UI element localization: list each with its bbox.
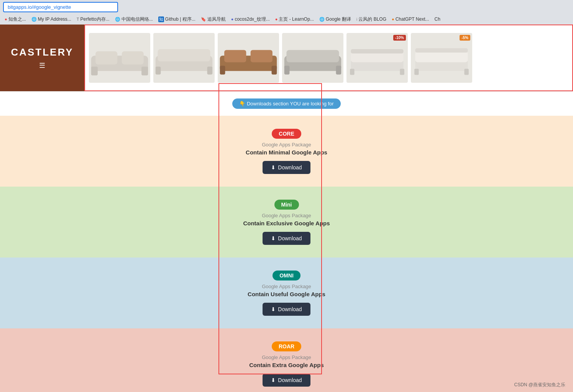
pkg-subtitle-mini: Google Apps Package — [262, 213, 311, 218]
pkg-subtitle-omni: Google Apps Package — [262, 284, 311, 289]
page-content: CASTLERY ☰ — [0, 25, 573, 392]
svg-rect-15 — [286, 50, 339, 62]
svg-rect-4 — [141, 67, 148, 75]
download-icon-mini: ⬇ — [271, 235, 276, 241]
download-icon-omni: ⬇ — [271, 306, 276, 312]
product-4[interactable] — [282, 33, 343, 83]
svg-rect-10 — [224, 50, 246, 62]
section-left-omni — [0, 258, 229, 328]
section-left-mini — [0, 187, 229, 258]
bookmark-ch[interactable]: Ch — [433, 16, 442, 23]
svg-rect-16 — [284, 66, 290, 75]
castlery-menu-icon[interactable]: ☰ — [39, 61, 45, 70]
download-button-mini[interactable]: ⬇ Download — [263, 232, 310, 245]
svg-rect-1 — [95, 51, 117, 64]
section-center-roar: ROAR Google Apps Package Contain Extra G… — [229, 328, 344, 392]
bookmark-github[interactable]: 知 Github | 程序... — [157, 15, 197, 23]
castlery-logo-text: CASTLERY — [11, 46, 73, 58]
svg-rect-11 — [251, 50, 273, 62]
product-5[interactable]: -10% — [346, 33, 408, 83]
pkg-badge-roar: ROAR — [272, 341, 301, 351]
product-3[interactable] — [218, 33, 279, 83]
section-right-core — [344, 116, 573, 187]
bookmark-dianxin[interactable]: 🌐 中国电信网络... — [113, 15, 154, 23]
footer-watermark: CSDN @燕雀安知鱼之乐 — [514, 382, 565, 388]
bookmark-googletranslate[interactable]: 🌐 Google 翻译 — [318, 15, 353, 23]
svg-rect-13 — [272, 66, 277, 75]
svg-rect-2 — [122, 51, 144, 64]
pkg-title-roar: Contain Extra Google Apps — [249, 362, 323, 368]
svg-rect-7 — [156, 67, 161, 75]
pkg-title-omni: Contain Useful Google Apps — [248, 291, 325, 297]
svg-rect-8 — [207, 67, 213, 75]
svg-rect-21 — [350, 69, 354, 75]
svg-rect-22 — [400, 69, 404, 75]
section-row-core: CORE Google Apps Package Contain Minimal… — [0, 116, 573, 187]
section-left-roar — [0, 328, 229, 392]
product-1[interactable] — [89, 33, 150, 83]
bookmark-learnop[interactable]: ● 主页 - LearnOp... — [274, 15, 315, 23]
section-right-omni — [344, 258, 573, 328]
section-right-mini — [344, 187, 573, 258]
pkg-badge-core: CORE — [272, 129, 301, 139]
product-2[interactable] — [153, 33, 215, 83]
svg-rect-12 — [220, 66, 225, 75]
pkg-subtitle-roar: Google Apps Package — [262, 354, 311, 360]
download-button-core[interactable]: ⬇ Download — [263, 161, 310, 174]
highlight-tooltip: 👇 Downloads section YOU are looking for — [232, 98, 340, 109]
svg-rect-24 — [415, 51, 468, 62]
download-button-omni[interactable]: ⬇ Download — [263, 303, 310, 316]
bookmark-zhuyu[interactable]: ● 知鱼之... — [3, 15, 28, 23]
svg-rect-3 — [91, 67, 98, 75]
section-row-omni: OMNI Google Apps Package Contain Useful … — [0, 258, 573, 328]
download-button-roar[interactable]: ⬇ Download — [263, 374, 310, 387]
download-icon-core: ⬇ — [271, 164, 276, 171]
download-icon-roar: ⬇ — [271, 377, 276, 383]
section-center-omni: OMNI Google Apps Package Contain Useful … — [229, 258, 344, 328]
packages-container: CORE Google Apps Package Contain Minimal… — [0, 116, 573, 392]
svg-rect-26 — [414, 69, 419, 75]
bookmark-zhuifeng[interactable]: 🔖 追风导航 — [199, 15, 227, 23]
svg-rect-6 — [158, 49, 210, 61]
svg-rect-27 — [464, 69, 468, 75]
section-left-core — [0, 116, 229, 187]
discount-badge-1: -10% — [393, 35, 406, 41]
bookmarks-bar: ● 知鱼之... 🌐 My IP Address... T Perfetto内存… — [0, 14, 573, 25]
section-center-mini: Mini Google Apps Package Contain Exclusi… — [229, 187, 344, 258]
tooltip-icon: 👇 — [239, 101, 245, 107]
section-row-mini: Mini Google Apps Package Contain Exclusi… — [0, 187, 573, 258]
svg-rect-25 — [415, 48, 468, 52]
pkg-title-core: Contain Minimal Google Apps — [246, 149, 327, 156]
tooltip-row: 👇 Downloads section YOU are looking for — [0, 92, 573, 116]
pkg-subtitle-core: Google Apps Package — [262, 142, 311, 148]
castlery-products: -10% -5% — [84, 25, 573, 91]
section-center-core: CORE Google Apps Package Contain Minimal… — [229, 116, 344, 187]
address-bar[interactable]: bitgapps.io/#google_vignette — [3, 2, 118, 12]
discount-badge-2: -5% — [460, 35, 470, 41]
bookmark-perfetto[interactable]: T Perfetto内存... — [75, 15, 111, 23]
svg-rect-17 — [336, 66, 342, 75]
product-6[interactable]: -5% — [411, 33, 472, 83]
address-bar-row: bitgapps.io/#google_vignette — [0, 0, 573, 14]
svg-rect-20 — [351, 49, 403, 53]
bookmark-cocos[interactable]: ● cocos2dx_纹理... — [230, 15, 271, 23]
browser-chrome: bitgapps.io/#google_vignette ● 知鱼之... 🌐 … — [0, 0, 573, 25]
bookmark-myip[interactable]: 🌐 My IP Address... — [30, 16, 73, 23]
castlery-logo: CASTLERY ☰ — [0, 25, 84, 91]
pkg-title-mini: Contain Exclusive Google Apps — [243, 220, 330, 226]
castlery-banner: CASTLERY ☰ — [0, 25, 573, 92]
pkg-badge-omni: OMNI — [273, 271, 300, 280]
bookmark-chatgpt[interactable]: ● ChatGPT Next... — [390, 16, 430, 23]
section-row-roar: ROAR Google Apps Package Contain Extra G… — [0, 328, 573, 392]
pkg-badge-mini: Mini — [274, 200, 299, 210]
bookmark-yunfeng[interactable]: i 云风的 BLOG — [355, 15, 388, 23]
